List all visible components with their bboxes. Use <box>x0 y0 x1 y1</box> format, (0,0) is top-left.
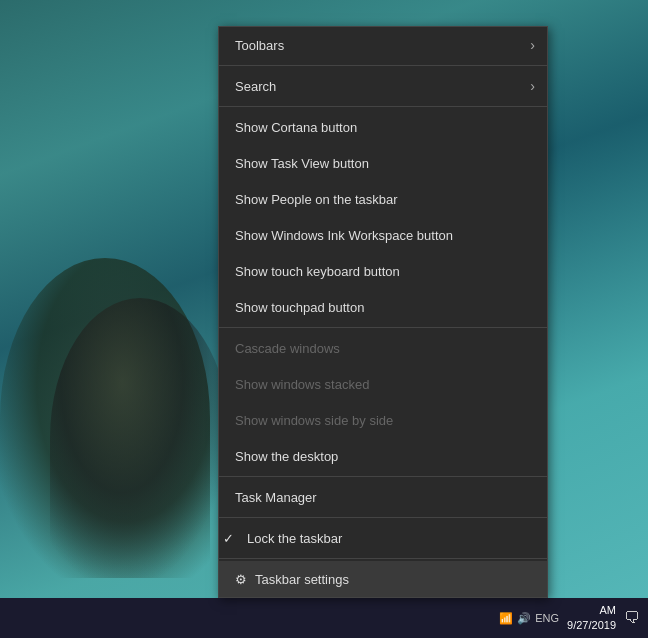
checkmark-icon: ✓ <box>223 531 234 546</box>
menu-divider <box>219 476 547 477</box>
menu-item-show-windows-stacked: Show windows stacked <box>219 366 547 402</box>
menu-item-label: Toolbars <box>235 38 284 53</box>
menu-item-label: Show Windows Ink Workspace button <box>235 228 453 243</box>
menu-item-label: Show windows stacked <box>235 377 369 392</box>
menu-item-cascade-windows: Cascade windows <box>219 330 547 366</box>
taskbar-lang-label: ENG <box>535 612 559 624</box>
taskbar-volume-icon[interactable]: 🔊 <box>517 612 531 625</box>
taskbar: 📶 🔊 ENG AM 9/27/2019 🗨 <box>0 598 648 638</box>
menu-item-taskbar-settings[interactable]: ⚙ Taskbar settings <box>219 561 547 597</box>
taskbar-time: AM <box>567 603 616 618</box>
menu-item-show-touch-keyboard[interactable]: Show touch keyboard button <box>219 253 547 289</box>
taskbar-right-area: 📶 🔊 ENG AM 9/27/2019 🗨 <box>499 598 648 638</box>
menu-divider <box>219 106 547 107</box>
menu-item-show-desktop[interactable]: Show the desktop <box>219 438 547 474</box>
menu-item-lock-taskbar[interactable]: ✓ Lock the taskbar <box>219 520 547 556</box>
menu-item-label: Show Cortana button <box>235 120 357 135</box>
context-menu: Toolbars › Search › Show Cortana button … <box>218 26 548 598</box>
menu-divider <box>219 517 547 518</box>
menu-item-label: Show the desktop <box>235 449 338 464</box>
menu-item-show-touchpad[interactable]: Show touchpad button <box>219 289 547 325</box>
gear-icon: ⚙ <box>235 572 247 587</box>
menu-item-search[interactable]: Search › <box>219 68 547 104</box>
submenu-arrow-icon: › <box>530 78 535 94</box>
taskbar-date: 9/27/2019 <box>567 618 616 633</box>
menu-item-show-cortana[interactable]: Show Cortana button <box>219 109 547 145</box>
taskbar-notification-button[interactable]: 🗨 <box>624 609 640 627</box>
menu-item-label: Show People on the taskbar <box>235 192 398 207</box>
menu-item-label: Task Manager <box>235 490 317 505</box>
menu-item-show-people[interactable]: Show People on the taskbar <box>219 181 547 217</box>
menu-item-label: Lock the taskbar <box>247 531 342 546</box>
menu-item-task-manager[interactable]: Task Manager <box>219 479 547 515</box>
menu-item-label: Cascade windows <box>235 341 340 356</box>
menu-item-label: Show windows side by side <box>235 413 393 428</box>
menu-divider <box>219 558 547 559</box>
menu-item-label: Show touchpad button <box>235 300 364 315</box>
menu-item-show-task-view[interactable]: Show Task View button <box>219 145 547 181</box>
menu-item-show-windows-ink[interactable]: Show Windows Ink Workspace button <box>219 217 547 253</box>
taskbar-clock[interactable]: AM 9/27/2019 <box>567 603 616 634</box>
menu-divider <box>219 327 547 328</box>
menu-divider <box>219 65 547 66</box>
menu-item-label: Show Task View button <box>235 156 369 171</box>
taskbar-network-icon[interactable]: 📶 <box>499 612 513 625</box>
menu-item-label: Taskbar settings <box>255 572 349 587</box>
submenu-arrow-icon: › <box>530 37 535 53</box>
taskbar-system-icons: 📶 🔊 ENG <box>499 612 559 625</box>
menu-item-label: Show touch keyboard button <box>235 264 400 279</box>
menu-item-show-windows-side-by-side: Show windows side by side <box>219 402 547 438</box>
menu-item-label: Search <box>235 79 276 94</box>
menu-item-toolbars[interactable]: Toolbars › <box>219 27 547 63</box>
